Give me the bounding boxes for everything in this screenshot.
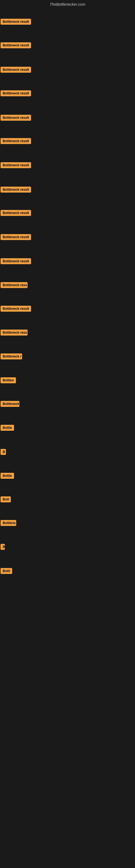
bottleneck-badge-1[interactable]: Bottleneck result: [1, 19, 31, 25]
bottleneck-badge-9[interactable]: Bottleneck result: [1, 210, 31, 216]
result-row-21: Bott: [1, 496, 11, 502]
bottleneck-badge-10[interactable]: Bottleneck result: [1, 234, 31, 240]
site-title: TheBottlenecker.com: [0, 0, 135, 9]
result-row-7: Bottleneck result: [1, 162, 31, 168]
result-row-3: Bottleneck result: [1, 67, 31, 73]
result-row-9: Bottleneck result: [1, 210, 31, 216]
bottleneck-badge-14[interactable]: Bottleneck resu: [1, 330, 28, 336]
result-row-17: Bottleneck: [1, 401, 19, 407]
result-row-11: Bottleneck result: [1, 258, 31, 264]
result-row-13: Bottleneck result: [1, 306, 31, 312]
bottleneck-badge-24[interactable]: Bottl: [1, 568, 12, 574]
bottleneck-badge-4[interactable]: Bottleneck result: [1, 90, 31, 96]
bottleneck-badge-5[interactable]: Bottleneck result: [1, 115, 31, 121]
result-row-1: Bottleneck result: [1, 19, 31, 25]
result-row-22: Bottlens: [1, 520, 16, 526]
result-row-4: Bottleneck result: [1, 90, 31, 96]
result-row-20: Bottle: [1, 473, 14, 479]
result-row-24: Bottl: [1, 568, 12, 574]
result-row-10: Bottleneck result: [1, 234, 31, 240]
result-row-6: Bottleneck result: [1, 138, 31, 144]
bottleneck-badge-3[interactable]: Bottleneck result: [1, 67, 31, 73]
bottleneck-badge-12[interactable]: Bottleneck resu: [1, 282, 28, 288]
result-row-12: Bottleneck resu: [1, 282, 28, 288]
result-row-8: Bottleneck result: [1, 187, 31, 193]
bottleneck-badge-2[interactable]: Bottleneck result: [1, 42, 31, 48]
bottleneck-badge-15[interactable]: Bottleneck r: [1, 353, 22, 360]
bottleneck-badge-7[interactable]: Bottleneck result: [1, 162, 31, 168]
result-row-14: Bottleneck resu: [1, 330, 28, 336]
result-row-16: Bottlen: [1, 377, 16, 383]
bottleneck-badge-21[interactable]: Bott: [1, 496, 11, 502]
bottleneck-badge-6[interactable]: Bottleneck result: [1, 138, 31, 144]
result-row-23: B: [1, 544, 5, 550]
result-row-19: B: [1, 449, 6, 455]
bottleneck-badge-20[interactable]: Bottle: [1, 473, 14, 479]
bottleneck-badge-22[interactable]: Bottlens: [1, 520, 16, 526]
bottleneck-badge-19[interactable]: B: [1, 449, 6, 455]
bottleneck-badge-23[interactable]: B: [1, 544, 5, 550]
bottleneck-badge-13[interactable]: Bottleneck result: [1, 306, 31, 312]
result-row-2: Bottleneck result: [1, 42, 31, 48]
result-row-5: Bottleneck result: [1, 115, 31, 121]
bottleneck-badge-16[interactable]: Bottlen: [1, 377, 16, 383]
result-row-18: Bottle: [1, 425, 14, 431]
bottleneck-badge-18[interactable]: Bottle: [1, 425, 14, 431]
bottleneck-badge-17[interactable]: Bottleneck: [1, 401, 19, 407]
bottleneck-badge-8[interactable]: Bottleneck result: [1, 187, 31, 193]
bottleneck-badge-11[interactable]: Bottleneck result: [1, 258, 31, 264]
result-row-15: Bottleneck r: [1, 353, 22, 360]
